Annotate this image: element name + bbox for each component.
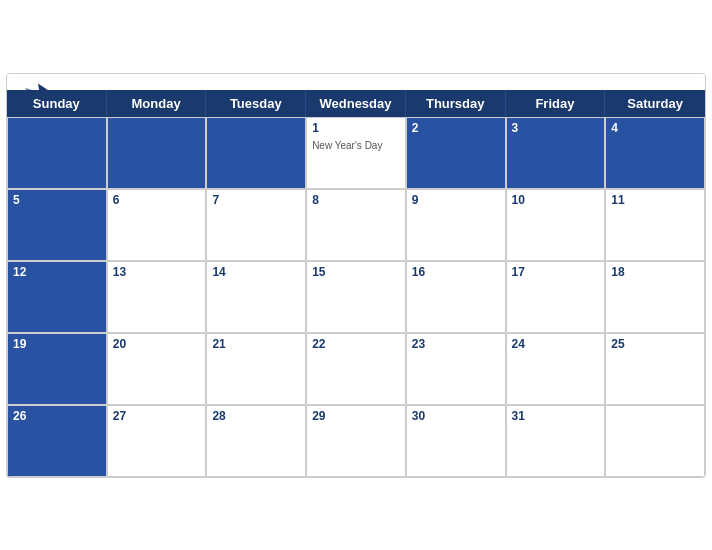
day-header-friday: Friday <box>506 90 606 117</box>
date-number: 21 <box>212 337 300 351</box>
date-number: 20 <box>113 337 201 351</box>
date-number: 31 <box>512 409 600 423</box>
cal-cell: 19 <box>7 333 107 405</box>
date-number: 18 <box>611 265 699 279</box>
cal-cell: 1New Year's Day <box>306 117 406 189</box>
cal-cell: 13 <box>107 261 207 333</box>
cal-cell: 22 <box>306 333 406 405</box>
cal-cell: 23 <box>406 333 506 405</box>
date-number: 14 <box>212 265 300 279</box>
date-number: 17 <box>512 265 600 279</box>
cal-cell: 9 <box>406 189 506 261</box>
date-number: 27 <box>113 409 201 423</box>
date-number: 6 <box>113 193 201 207</box>
date-number: 25 <box>611 337 699 351</box>
cal-cell: 6 <box>107 189 207 261</box>
date-number: 13 <box>113 265 201 279</box>
calendar-grid: 1New Year's Day2345678910111213141516171… <box>7 117 705 477</box>
cal-cell: 26 <box>7 405 107 477</box>
date-number: 16 <box>412 265 500 279</box>
cal-cell: 31 <box>506 405 606 477</box>
day-header-wednesday: Wednesday <box>306 90 406 117</box>
svg-marker-1 <box>25 87 38 97</box>
date-number: 29 <box>312 409 400 423</box>
cal-cell: 16 <box>406 261 506 333</box>
cal-cell: 18 <box>605 261 705 333</box>
day-header-sunday: Sunday <box>7 90 107 117</box>
date-number: 9 <box>412 193 500 207</box>
cal-cell: 3 <box>506 117 606 189</box>
calendar: SundayMondayTuesdayWednesdayThursdayFrid… <box>6 73 706 478</box>
cal-cell <box>7 117 107 189</box>
cal-cell: 8 <box>306 189 406 261</box>
day-header-thursday: Thursday <box>406 90 506 117</box>
date-number: 26 <box>13 409 101 423</box>
date-number: 3 <box>512 121 600 135</box>
cal-cell: 7 <box>206 189 306 261</box>
date-number: 24 <box>512 337 600 351</box>
day-header-monday: Monday <box>107 90 207 117</box>
cal-cell: 11 <box>605 189 705 261</box>
cal-cell <box>107 117 207 189</box>
svg-marker-0 <box>38 83 51 100</box>
cal-cell: 27 <box>107 405 207 477</box>
date-number: 8 <box>312 193 400 207</box>
cal-cell: 30 <box>406 405 506 477</box>
cal-cell: 4 <box>605 117 705 189</box>
logo <box>23 82 53 102</box>
event-label: New Year's Day <box>312 140 382 151</box>
day-headers: SundayMondayTuesdayWednesdayThursdayFrid… <box>7 90 705 117</box>
date-number: 30 <box>412 409 500 423</box>
date-number: 19 <box>13 337 101 351</box>
cal-cell: 28 <box>206 405 306 477</box>
date-number: 10 <box>512 193 600 207</box>
date-number: 22 <box>312 337 400 351</box>
cal-cell: 2 <box>406 117 506 189</box>
date-number: 2 <box>412 121 500 135</box>
date-number: 15 <box>312 265 400 279</box>
date-number: 12 <box>13 265 101 279</box>
cal-cell <box>605 405 705 477</box>
cal-cell: 5 <box>7 189 107 261</box>
date-number: 23 <box>412 337 500 351</box>
cal-cell: 10 <box>506 189 606 261</box>
cal-cell: 14 <box>206 261 306 333</box>
cal-cell: 17 <box>506 261 606 333</box>
cal-cell: 15 <box>306 261 406 333</box>
date-number: 5 <box>13 193 101 207</box>
date-number: 1 <box>312 121 400 135</box>
day-header-tuesday: Tuesday <box>206 90 306 117</box>
logo-icon <box>23 82 53 102</box>
cal-cell: 21 <box>206 333 306 405</box>
cal-cell <box>206 117 306 189</box>
date-number: 7 <box>212 193 300 207</box>
date-number: 4 <box>611 121 699 135</box>
date-number: 28 <box>212 409 300 423</box>
cal-cell: 20 <box>107 333 207 405</box>
cal-cell: 25 <box>605 333 705 405</box>
date-number: 11 <box>611 193 699 207</box>
day-header-saturday: Saturday <box>605 90 705 117</box>
cal-cell: 24 <box>506 333 606 405</box>
calendar-header <box>7 74 705 90</box>
cal-cell: 29 <box>306 405 406 477</box>
cal-cell: 12 <box>7 261 107 333</box>
